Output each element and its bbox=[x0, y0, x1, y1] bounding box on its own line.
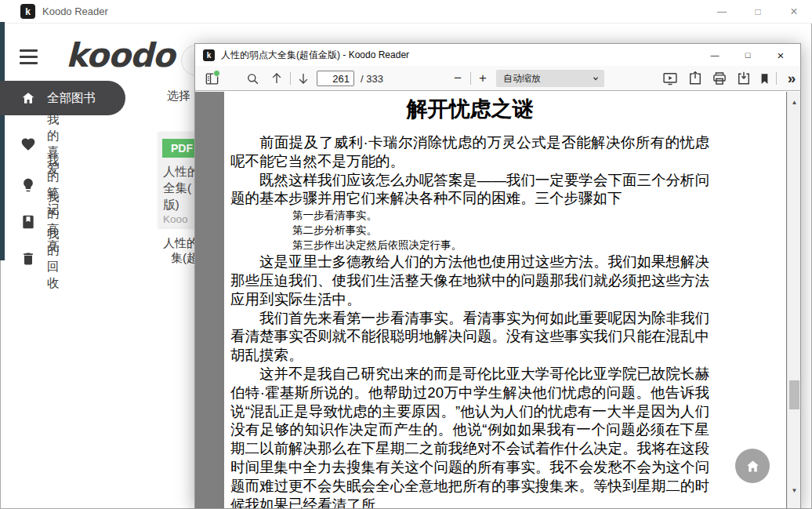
reader-maximize-button[interactable]: □ bbox=[731, 50, 764, 60]
main-close-button[interactable]: × bbox=[776, 5, 812, 19]
koodo-app-icon: k bbox=[20, 4, 35, 19]
paragraph: 我们首先来看第一步看清事实。看清事实为何如此重要呢因为除非我们看清楚事实否则就不… bbox=[230, 309, 709, 365]
chapter-heading: 解开忧虑之谜 bbox=[230, 95, 709, 123]
main-window-title: Koodo Reader bbox=[42, 5, 108, 17]
paragraph: 这并不是我自己研究出来的而是哥伦比亚大学哥伦比亚学院已故院长赫伯特·霍基斯所说的… bbox=[230, 365, 709, 508]
home-icon bbox=[20, 90, 36, 106]
reader-close-button[interactable]: × bbox=[764, 49, 797, 62]
open-file-icon[interactable] bbox=[684, 66, 706, 91]
pdf-viewport: 解开忧虑之谜 前面提及了威利·卡瑞尔消除忧虑的万灵公式是否能解决你所有的忧虑呢不… bbox=[195, 92, 800, 508]
search-icon[interactable] bbox=[242, 66, 263, 91]
steps-list: 第一步看清事实。 第二步分析事实。 第三步作出决定然后依照决定行事。 bbox=[292, 208, 709, 253]
home-icon bbox=[745, 458, 761, 474]
koodo-app-icon: k bbox=[203, 49, 215, 61]
select-button[interactable]: 选择 bbox=[167, 89, 190, 104]
paragraph: 这是亚里士多德教给人们的方法他也使用过这些方法。我们如果想解决那些压迫我们、使我… bbox=[230, 253, 709, 308]
desktop-screen: k Koodo Reader — □ × koodo 全部图书 我的喜爱 我的笔… bbox=[0, 0, 812, 509]
left-edge-strip bbox=[0, 22, 5, 260]
main-maximize-button[interactable]: □ bbox=[740, 6, 776, 17]
presentation-mode-icon[interactable] bbox=[659, 66, 681, 91]
bookmark-icon[interactable] bbox=[755, 66, 774, 91]
paragraph: 前面提及了威利·卡瑞尔消除忧虑的万灵公式是否能解决你所有的忧虑呢不能它当然不是万… bbox=[230, 133, 709, 171]
page-total-label: / 333 bbox=[361, 66, 383, 91]
sidebar-toggle-icon[interactable] bbox=[201, 66, 222, 91]
lightbulb-icon bbox=[20, 177, 36, 193]
more-tools-icon[interactable]: » bbox=[781, 66, 802, 91]
trash-icon bbox=[20, 251, 36, 267]
scrollbar-thumb[interactable] bbox=[789, 380, 799, 409]
paragraph: 既然这样我们应该怎么办呢答案是——我们一定要学会下面三个分析问题的基本步骤并用它… bbox=[230, 171, 709, 209]
print-icon[interactable] bbox=[709, 66, 730, 91]
next-page-icon[interactable] bbox=[294, 66, 313, 91]
reader-window: k 人性的弱点大全集(超值金版) - Koodo Reader — □ × bbox=[194, 43, 801, 509]
sync-status-dot bbox=[213, 70, 220, 77]
reader-minimize-button[interactable]: — bbox=[698, 50, 731, 60]
sidebar-item-all-books[interactable]: 全部图书 bbox=[0, 81, 125, 115]
pdf-page: 解开忧虑之谜 前面提及了威利·卡瑞尔消除忧虑的万灵公式是否能解决你所有的忧虑呢不… bbox=[224, 92, 786, 508]
back-to-library-button[interactable] bbox=[735, 449, 770, 483]
main-titlebar: k Koodo Reader — □ × bbox=[0, 0, 812, 24]
heart-icon bbox=[20, 136, 36, 152]
zoom-in-icon[interactable]: + bbox=[474, 66, 491, 91]
page-number-input[interactable] bbox=[317, 71, 354, 86]
book-icon bbox=[20, 214, 36, 230]
zoom-out-icon[interactable]: − bbox=[449, 66, 466, 91]
save-file-icon[interactable] bbox=[733, 66, 755, 91]
main-minimize-button[interactable]: — bbox=[704, 6, 740, 17]
book-cover-author: Kooo bbox=[163, 213, 188, 225]
zoom-mode-select[interactable]: 自动缩放 bbox=[496, 70, 604, 87]
scroll-up-arrow-icon[interactable]: ▲ bbox=[788, 99, 800, 106]
reader-titlebar: k 人性的弱点大全集(超值金版) - Koodo Reader — □ × bbox=[195, 44, 800, 66]
menu-icon[interactable] bbox=[20, 49, 38, 69]
reader-window-title: 人性的弱点大全集(超值金版) - Koodo Reader bbox=[221, 49, 409, 62]
previous-page-icon[interactable] bbox=[267, 66, 286, 91]
chevron-down-icon bbox=[591, 74, 600, 83]
pdf-toolbar: / 333 − + 自动缩放 » bbox=[195, 66, 800, 91]
scroll-down-arrow-icon[interactable]: ▼ bbox=[788, 487, 800, 494]
book-title-caption: 人性的 bbox=[163, 236, 198, 251]
koodo-logo: koodo bbox=[66, 36, 174, 75]
vertical-scrollbar[interactable]: ▲ ▼ bbox=[787, 92, 800, 508]
